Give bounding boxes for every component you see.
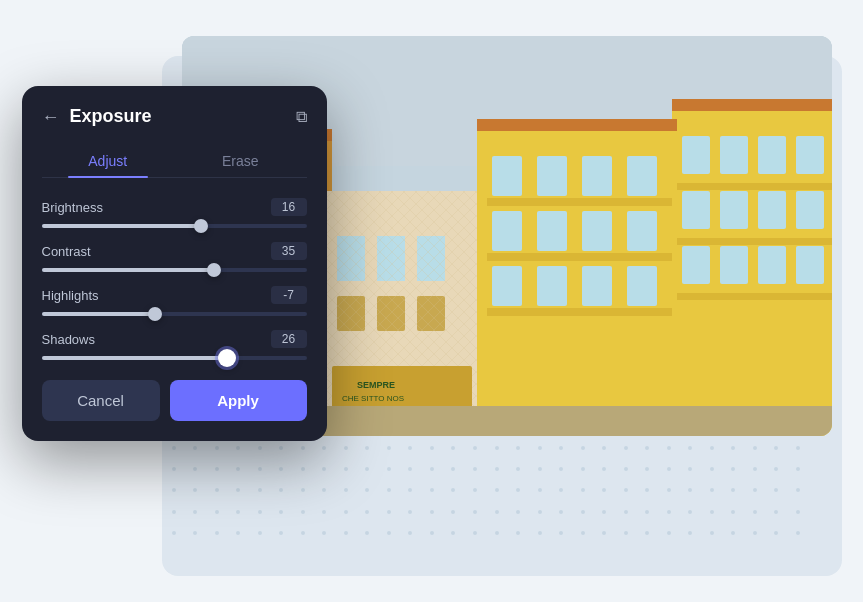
dot (581, 488, 585, 492)
slider-track-brightness[interactable] (42, 224, 307, 228)
dot (796, 446, 800, 450)
dot (344, 467, 348, 471)
dot (365, 531, 369, 535)
dot (645, 531, 649, 535)
slider-group-highlights: Highlights-7 (42, 286, 307, 316)
dot (322, 488, 326, 492)
slider-thumb-brightness[interactable] (194, 219, 208, 233)
slider-label-row-3: Shadows26 (42, 330, 307, 348)
dot (258, 488, 262, 492)
dot (538, 446, 542, 450)
dot (516, 467, 520, 471)
svg-rect-38 (627, 266, 657, 306)
dot (236, 488, 240, 492)
svg-rect-35 (492, 266, 522, 306)
svg-rect-52 (720, 246, 748, 284)
slider-fill-shadows (42, 356, 228, 360)
dot (559, 446, 563, 450)
dot (473, 488, 477, 492)
svg-text:SEMPRE: SEMPRE (357, 380, 395, 390)
svg-rect-36 (537, 266, 567, 306)
dot (279, 467, 283, 471)
dot (495, 467, 499, 471)
svg-rect-47 (682, 191, 710, 229)
dot (495, 488, 499, 492)
dot (215, 446, 219, 450)
slider-group-brightness: Brightness16 (42, 198, 307, 228)
slider-label-brightness: Brightness (42, 200, 103, 215)
dot (451, 488, 455, 492)
dot (258, 467, 262, 471)
dot (408, 510, 412, 514)
dot (322, 510, 326, 514)
slider-thumb-shadows[interactable] (218, 349, 236, 367)
slider-track-contrast[interactable] (42, 268, 307, 272)
dot (172, 446, 176, 450)
dot (495, 446, 499, 450)
dot (193, 467, 197, 471)
slider-track-highlights[interactable] (42, 312, 307, 316)
dot (688, 531, 692, 535)
dot (753, 446, 757, 450)
sliders-container: Brightness16Contrast35Highlights-7Shadow… (42, 198, 307, 360)
tabs-container: Adjust Erase (42, 145, 307, 178)
dot (451, 467, 455, 471)
back-button[interactable]: ← (42, 108, 60, 126)
dot (602, 510, 606, 514)
apply-button[interactable]: Apply (170, 380, 307, 421)
tab-erase[interactable]: Erase (174, 145, 307, 177)
slider-track-shadows[interactable] (42, 356, 307, 360)
dot (602, 531, 606, 535)
dot (344, 488, 348, 492)
dot (710, 467, 714, 471)
dot (430, 467, 434, 471)
svg-rect-59 (477, 119, 677, 131)
dot-pattern (162, 436, 822, 556)
dot (774, 531, 778, 535)
dot (301, 510, 305, 514)
dot (731, 510, 735, 514)
dot (430, 446, 434, 450)
dot (581, 467, 585, 471)
svg-rect-34 (627, 211, 657, 251)
dot (624, 488, 628, 492)
svg-rect-29 (582, 156, 612, 196)
dot (645, 446, 649, 450)
dot (688, 446, 692, 450)
tab-adjust[interactable]: Adjust (42, 145, 175, 177)
svg-rect-44 (720, 136, 748, 174)
dot (796, 467, 800, 471)
slider-label-row-0: Brightness16 (42, 198, 307, 216)
dot (645, 488, 649, 492)
svg-rect-48 (720, 191, 748, 229)
dot (602, 488, 606, 492)
cancel-button[interactable]: Cancel (42, 380, 160, 421)
slider-thumb-contrast[interactable] (207, 263, 221, 277)
slider-thumb-highlights[interactable] (148, 307, 162, 321)
slider-label-contrast: Contrast (42, 244, 91, 259)
svg-rect-49 (758, 191, 786, 229)
dot (710, 510, 714, 514)
dot (731, 446, 735, 450)
dot (215, 531, 219, 535)
slider-fill-brightness (42, 224, 201, 228)
slider-value-shadows: 26 (271, 330, 307, 348)
dot (796, 510, 800, 514)
dot (387, 488, 391, 492)
dot (258, 510, 262, 514)
dot (365, 488, 369, 492)
dot (301, 467, 305, 471)
svg-rect-32 (537, 211, 567, 251)
dot (172, 510, 176, 514)
slider-label-shadows: Shadows (42, 332, 95, 347)
svg-rect-45 (758, 136, 786, 174)
dot (322, 531, 326, 535)
dot (215, 510, 219, 514)
dot (258, 446, 262, 450)
dot (408, 531, 412, 535)
svg-rect-27 (492, 156, 522, 196)
dot (344, 510, 348, 514)
copy-button[interactable]: ⧉ (296, 108, 307, 126)
dot (688, 488, 692, 492)
dot (473, 510, 477, 514)
